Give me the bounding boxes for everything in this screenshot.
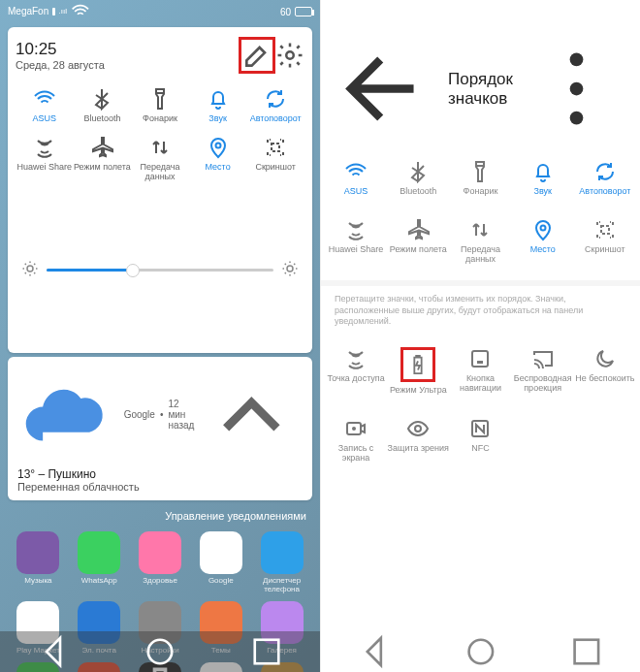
- tile-hotspot[interactable]: Huawei Share: [16, 132, 74, 186]
- wifi-icon: [344, 160, 368, 183]
- tile-navkey[interactable]: Кнопка навигации: [449, 341, 511, 411]
- tile-label: Режим Ультра: [390, 386, 447, 405]
- battery-icon: [295, 7, 312, 16]
- screenshot-icon: [593, 218, 617, 241]
- data-icon: [148, 136, 172, 159]
- airplane-icon: [90, 136, 113, 159]
- tile-nfc[interactable]: NFC: [449, 411, 511, 469]
- tile-data[interactable]: Передача данных: [131, 132, 189, 186]
- rotate-icon: [264, 87, 287, 111]
- tile-battery[interactable]: Режим Ультра: [387, 341, 449, 411]
- location-icon: [207, 136, 230, 159]
- weather-notification[interactable]: Google • 12 мин назад 13° – Пушкино Пере…: [8, 357, 312, 501]
- tile-rotate[interactable]: Автоповорот: [574, 154, 636, 212]
- tile-hotspot[interactable]: Точка доступа: [325, 341, 387, 411]
- notif-body: Переменная облачность: [17, 481, 303, 493]
- cloud-icon: [17, 365, 119, 466]
- tile-label: Bluetooth: [400, 187, 436, 207]
- tile-label: Не беспокоить: [575, 374, 634, 394]
- tile-airplane[interactable]: Режим полета: [387, 212, 449, 271]
- tile-wifi[interactable]: ASUS: [16, 83, 74, 128]
- tile-screenrec[interactable]: Запись с экрана: [325, 411, 387, 469]
- gear-icon: [275, 41, 304, 70]
- tile-flashlight[interactable]: Фонарик: [449, 154, 511, 212]
- tile-bluetooth[interactable]: Bluetooth: [387, 154, 449, 212]
- nav-back-icon[interactable]: [0, 631, 107, 672]
- tile-bluetooth[interactable]: Bluetooth: [74, 83, 132, 128]
- tile-eye[interactable]: Защита зрения: [387, 411, 449, 469]
- sun-high-icon: [281, 196, 299, 345]
- tile-label: Режим полета: [74, 163, 131, 173]
- back-button[interactable]: [335, 39, 434, 139]
- airplane-icon: [406, 218, 430, 241]
- app-WhatsApp[interactable]: WhatsApp: [71, 531, 128, 593]
- nav-home-icon[interactable]: [428, 631, 534, 672]
- tile-label: Автоповорот: [250, 114, 302, 124]
- nav-home-icon[interactable]: [107, 631, 213, 672]
- more-button[interactable]: [527, 39, 626, 139]
- tile-bell[interactable]: Звук: [189, 83, 247, 128]
- tile-label: Huawei Share: [17, 163, 73, 173]
- tile-label: Режим полета: [390, 245, 447, 265]
- tile-label: Bluetooth: [83, 114, 120, 124]
- app-icon: [261, 531, 304, 574]
- app-label: Диспетчер телефона: [253, 576, 310, 593]
- app-label: Google: [208, 576, 234, 585]
- bell-icon: [207, 87, 230, 111]
- tile-label: Скриншот: [255, 163, 296, 173]
- app-Здоровье[interactable]: Здоровье: [132, 531, 189, 593]
- sun-low-icon: [21, 196, 39, 345]
- flashlight-icon: [468, 160, 492, 183]
- nfc-icon: [468, 417, 492, 440]
- flashlight-icon: [148, 87, 172, 111]
- status-bar: MegaFon .ııl 60: [0, 0, 320, 23]
- tile-airplane[interactable]: Режим полета: [74, 132, 132, 186]
- tile-label: Huawei Share: [329, 245, 384, 265]
- tile-moon[interactable]: Не беспокоить: [574, 341, 636, 411]
- tile-label: Фонарик: [464, 187, 498, 207]
- nav-recent-icon[interactable]: [533, 631, 640, 672]
- nav-back-icon[interactable]: [321, 631, 428, 672]
- tile-cast[interactable]: Беспроводная проекция: [512, 341, 574, 411]
- tile-rotate[interactable]: Автоповорот: [246, 83, 304, 128]
- tile-flashlight[interactable]: Фонарик: [131, 83, 189, 128]
- hotspot-icon: [33, 136, 56, 159]
- tile-location[interactable]: Место: [512, 212, 574, 271]
- tile-label: Скриншот: [585, 245, 625, 265]
- tile-label: Запись с экрана: [325, 444, 387, 464]
- pencil-icon: [241, 40, 272, 71]
- navkey-icon: [468, 347, 492, 370]
- tile-bell[interactable]: Звук: [512, 154, 574, 212]
- nav-recent-icon[interactable]: [213, 631, 320, 672]
- brightness-slider[interactable]: [47, 269, 273, 272]
- header: Порядок значков: [321, 23, 640, 148]
- tile-label: ASUS: [344, 187, 368, 207]
- app-Диспетчер телефона[interactable]: Диспетчер телефона: [253, 531, 310, 593]
- chevron-up-icon[interactable]: [201, 365, 303, 466]
- reorder-hint: Перетащите значки, чтобы изменить их пор…: [321, 280, 640, 336]
- tile-hotspot[interactable]: Huawei Share: [325, 212, 387, 271]
- tile-label: Защита зрения: [388, 444, 449, 464]
- tile-label: Звук: [208, 114, 226, 124]
- rotate-icon: [593, 160, 617, 183]
- tile-label: Беспроводная проекция: [512, 374, 574, 394]
- app-icon: [16, 531, 59, 574]
- tile-screenshot[interactable]: Скриншот: [246, 132, 304, 186]
- app-Google[interactable]: Google: [192, 531, 249, 593]
- app-Музыка[interactable]: Музыка: [10, 531, 67, 593]
- brightness-slider-row: [16, 186, 304, 349]
- tile-data[interactable]: Передача данных: [449, 212, 511, 271]
- moon-icon: [593, 347, 617, 370]
- tile-location[interactable]: Место: [189, 132, 247, 186]
- tile-wifi[interactable]: ASUS: [325, 154, 387, 212]
- manage-notifications-link[interactable]: Управление уведомлениями: [0, 504, 320, 528]
- carrier-label: MegaFon: [8, 6, 48, 16]
- tile-screenshot[interactable]: Скриншот: [574, 212, 636, 271]
- settings-button[interactable]: [275, 41, 304, 70]
- nav-bar: [321, 631, 640, 672]
- tile-label: Место: [530, 245, 556, 265]
- date-label: Среда, 28 августа: [16, 59, 105, 71]
- edit-tiles-button[interactable]: [239, 37, 275, 74]
- tile-label: Звук: [533, 187, 551, 207]
- page-title: Порядок значков: [448, 70, 513, 109]
